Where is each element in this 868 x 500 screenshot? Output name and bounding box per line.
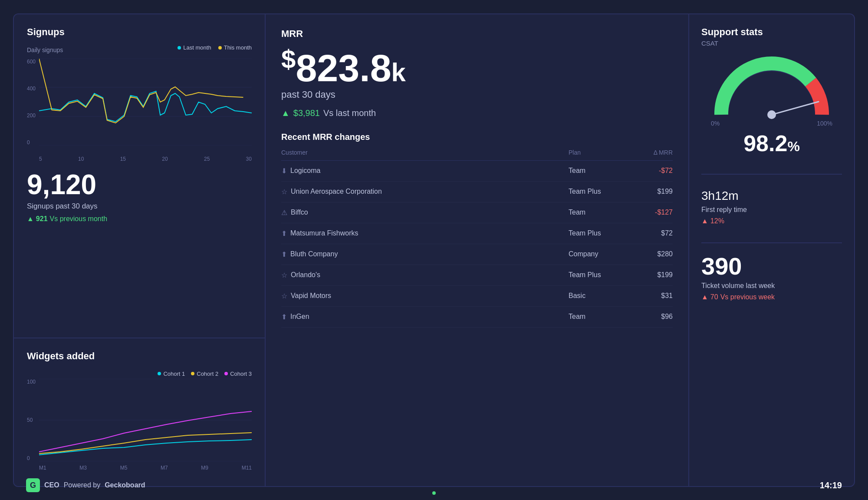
customer-cell: ☆ Union Aerospace Corporation [281,188,569,196]
widgets-title: Widgets added [27,351,95,362]
row-icon: ☆ [281,188,287,196]
this-month-dot [218,46,222,50]
mrr-cell: $72 [629,229,673,237]
ticket-label: Ticket volume last week [701,282,842,290]
customer-cell: ⬆ Matsumura Fishworks [281,229,569,238]
customer-cell: ☆ Vapid Motors [281,292,569,300]
plan-cell: Basic [569,292,629,300]
row-icon: ⬇ [281,167,287,175]
ticket-change: ▲ 70 Vs previous week [701,293,842,301]
customer-cell: ⬆ Bluth Company [281,250,569,258]
support-divider-2 [701,242,842,243]
mrr-cell: $96 [629,313,673,321]
signups-chart-svg [27,59,252,146]
plan-cell: Team Plus [569,229,629,237]
legend-last-month: Last month [178,44,211,51]
mrr-table-header: Customer Plan Δ MRR [281,149,673,161]
m-label: m [728,189,738,202]
daily-signups-label: Daily signups [27,46,63,53]
csat-label: CSAT [701,40,842,47]
plan-cell: Team [569,209,629,216]
plan-cell: Team Plus [569,271,629,279]
mrr-up-icon: ▲ [281,108,290,118]
plan-cell: Team [569,167,629,175]
table-row: ☆ Union Aerospace Corporation Team Plus … [281,182,673,202]
mrr-changes-title: Recent MRR changes [281,132,673,142]
footer-time: 14:19 [820,480,842,490]
h-label: h [708,189,715,202]
customer-cell: ☆ Orlando's [281,271,569,279]
dashboard: Signups Daily signups Last month This mo… [13,13,855,487]
table-row: ⬆ Matsumura Fishworks Team Plus $72 [281,223,673,244]
signups-y-axis: 6004002000 [27,59,36,146]
widgets-panel: Widgets added Cohort 1 Cohort 2 Cohort 3 [14,338,265,486]
support-divider [701,174,842,175]
cohort2-dot [191,372,194,375]
widgets-chart-svg [27,379,252,461]
cohort3-dot [224,372,228,375]
row-icon: ☆ [281,271,287,279]
brand-name: CEO [44,481,59,489]
customer-cell: ⬇ Logicoma [281,167,569,175]
signups-sub-label: Signups past 30 days [27,202,252,211]
mrr-amount: $823.8k [281,46,673,87]
ticket-up-icon: ▲ [701,293,708,301]
customer-cell: ⬆ InGen [281,313,569,321]
table-row: ☆ Vapid Motors Basic $31 [281,286,673,307]
plan-cell: Team Plus [569,188,629,195]
mrr-cell: $199 [629,271,673,279]
down-arrow-icon: ▲ [701,217,708,225]
mrr-cell: -$72 [629,167,673,175]
widgets-x-axis: M1M3M5M7M9M11 [27,465,252,471]
mrr-cell: -$127 [629,209,673,216]
footer-brand: G CEO Powered by Geckoboard [26,478,145,492]
row-icon: ⬆ [281,229,287,238]
plan-cell: Team [569,313,629,321]
table-row: ⬆ Bluth Company Company $280 [281,244,673,265]
legend-this-month: This month [218,44,252,51]
row-icon: ⬆ [281,313,287,321]
gauge-container: 0% 100% 98.2% [701,54,842,156]
signups-title: Signups [27,26,65,38]
cohort1-legend: Cohort 1 [158,371,185,377]
gauge-value: 98.2 [743,131,787,156]
svg-line-8 [772,102,819,115]
mrr-table-body: ⬇ Logicoma Team -$72 ☆ Union Aerospace C… [281,161,673,328]
table-row: ⬆ InGen Team $96 [281,307,673,328]
cohort1-dot [158,372,161,375]
signups-panel: Signups Daily signups Last month This mo… [14,14,265,338]
reply-change: ▲ 12% [701,217,842,225]
gauge-svg [711,54,832,123]
mrr-cell: $280 [629,250,673,258]
gauge-labels: 0% 100% [711,120,832,127]
company-name: Geckoboard [105,481,145,489]
k-suffix: k [391,58,406,87]
last-month-dot [178,46,181,50]
widgets-chart-container: 100500 [27,379,252,461]
support-title: Support stats [701,26,842,38]
powered-by: Powered by [64,481,101,489]
row-icon: ⬆ [281,250,287,258]
signups-x-axis: 51015202530 [27,156,252,162]
table-row: ☆ Orlando's Team Plus $199 [281,265,673,286]
row-icon: ☆ [281,292,287,300]
footer: G CEO Powered by Geckoboard 14:19 [13,478,855,492]
cohort2-legend: Cohort 2 [191,371,218,377]
mrr-panel: MRR $823.8k past 30 days ▲ $3,981 Vs las… [266,14,689,486]
ticket-volume: 390 [701,252,842,280]
signups-legend: Last month This month [178,44,252,51]
mrr-title: MRR [281,28,673,40]
reply-label: First reply time [701,206,842,214]
mrr-change: ▲ $3,981 Vs last month [281,108,673,118]
up-arrow-icon: ▲ [27,215,34,223]
gecko-icon: G [26,478,40,492]
mrr-period: past 30 days [281,89,673,100]
table-row: ⬇ Logicoma Team -$72 [281,161,673,182]
table-row: ⚠ Biffco Team -$127 [281,202,673,223]
mrr-cell: $199 [629,188,673,195]
plan-cell: Company [569,250,629,258]
customer-cell: ⚠ Biffco [281,209,569,217]
signups-chart-container: 6004002000 [27,59,252,146]
support-panel: Support stats CSAT 0% 100% 98.2% [689,14,854,486]
left-column: Signups Daily signups Last month This mo… [14,14,266,486]
